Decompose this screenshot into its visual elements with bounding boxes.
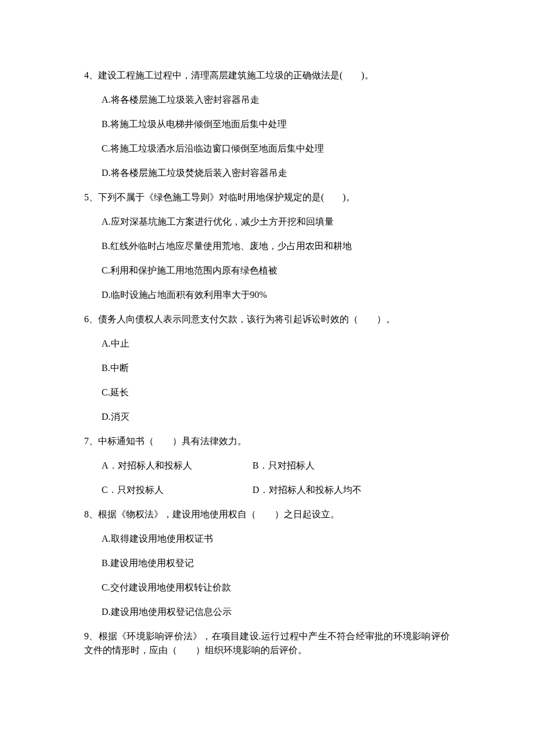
question-4: 4、建设工程施工过程中，清理高层建筑施工垃圾的正确做法是( )。 A.将各楼层施… — [84, 69, 450, 180]
option-a: A.取得建设用地使用权证书 — [102, 532, 450, 546]
option-d: D.将各楼层施工垃圾焚烧后装入密封容器吊走 — [102, 166, 450, 180]
question-6: 6、债务人向债权人表示同意支付欠款，该行为将引起诉讼时效的（ ）。 A.中止 B… — [84, 312, 450, 424]
question-7: 7、中标通知书（ ）具有法律效力。 A．对招标人和投标人 B．只对招标人 C．只… — [84, 434, 450, 497]
question-text: 根据《物权法》，建设用地使用权自（ ）之日起设立。 — [98, 509, 340, 519]
options-list-two-col: A．对招标人和投标人 B．只对招标人 C．只对投标人 D．对招标人和投标人均不 — [84, 459, 450, 497]
exam-page: 4、建设工程施工过程中，清理高层建筑施工垃圾的正确做法是( )。 A.将各楼层施… — [0, 0, 534, 703]
option-row: C．只对投标人 D．对招标人和投标人均不 — [102, 483, 450, 497]
options-list: A.取得建设用地使用权证书 B.建设用地使用权登记 C.交付建设用地使用权转让价… — [84, 532, 450, 619]
option-a: A.中止 — [102, 337, 450, 351]
option-d: D．对招标人和投标人均不 — [252, 483, 362, 497]
option-d: D.临时设施占地面积有效利用率大于90% — [102, 288, 450, 302]
options-list: A.应对深基坑施工方案进行优化，减少土方开挖和回填量 B.红线外临时占地应尽量使… — [84, 215, 450, 302]
question-stem: 4、建设工程施工过程中，清理高层建筑施工垃圾的正确做法是( )。 — [84, 69, 450, 82]
option-b: B.将施工垃圾从电梯井倾倒至地面后集中处理 — [102, 117, 450, 131]
option-a: A.将各楼层施工垃圾装入密封容器吊走 — [102, 93, 450, 107]
options-list: A.将各楼层施工垃圾装入密封容器吊走 B.将施工垃圾从电梯井倾倒至地面后集中处理… — [84, 93, 450, 180]
option-c: C.交付建设用地使用权转让价款 — [102, 581, 450, 595]
question-number: 8、 — [84, 509, 98, 519]
question-stem: 7、中标通知书（ ）具有法律效力。 — [84, 434, 450, 448]
question-5: 5、下列不属于《绿色施工导则》对临时用地保护规定的是( )。 A.应对深基坑施工… — [84, 190, 450, 302]
option-b: B.建设用地使用权登记 — [102, 556, 450, 570]
question-stem: 5、下列不属于《绿色施工导则》对临时用地保护规定的是( )。 — [84, 190, 450, 204]
question-number: 6、 — [84, 314, 98, 324]
options-list: A.中止 B.中断 C.延长 D.消灭 — [84, 337, 450, 424]
question-stem: 8、根据《物权法》，建设用地使用权自（ ）之日起设立。 — [84, 507, 450, 521]
option-b: B.中断 — [102, 361, 450, 375]
question-text: 中标通知书（ ）具有法律效力。 — [98, 436, 247, 446]
question-text: 下列不属于《绿色施工导则》对临时用地保护规定的是( )。 — [98, 192, 355, 202]
option-c: C.延长 — [102, 386, 450, 399]
question-text: 债务人向债权人表示同意支付欠款，该行为将引起诉讼时效的（ ）。 — [98, 314, 395, 324]
option-b: B.红线外临时占地应尽量使用荒地、废地，少占用农田和耕地 — [102, 239, 450, 253]
question-number: 5、 — [84, 192, 98, 202]
question-number: 4、 — [84, 70, 98, 80]
question-number: 9、 — [84, 631, 99, 641]
option-c: C．只对投标人 — [102, 483, 252, 497]
question-number: 7、 — [84, 436, 98, 446]
option-row: A．对招标人和投标人 B．只对招标人 — [102, 459, 450, 473]
question-stem: 6、债务人向债权人表示同意支付欠款，该行为将引起诉讼时效的（ ）。 — [84, 312, 450, 326]
option-b: B．只对招标人 — [252, 459, 315, 473]
question-9: 9、根据《环境影响评价法》，在项目建设.运行过程中产生不符合经审批的环境影响评价… — [84, 629, 450, 657]
option-c: C.将施工垃圾洒水后沿临边窗口倾倒至地面后集中处理 — [102, 142, 450, 156]
option-a: A．对招标人和投标人 — [102, 459, 252, 473]
question-text: 根据《环境影响评价法》，在项目建设.运行过程中产生不符合经审批的环境影响评价文件… — [84, 631, 450, 655]
question-8: 8、根据《物权法》，建设用地使用权自（ ）之日起设立。 A.取得建设用地使用权证… — [84, 507, 450, 619]
option-a: A.应对深基坑施工方案进行优化，减少土方开挖和回填量 — [102, 215, 450, 229]
option-d: D.建设用地使用权登记信息公示 — [102, 605, 450, 619]
option-d: D.消灭 — [102, 410, 450, 424]
option-c: C.利用和保护施工用地范围内原有绿色植被 — [102, 264, 450, 278]
question-text: 建设工程施工过程中，清理高层建筑施工垃圾的正确做法是( )。 — [98, 70, 374, 80]
question-stem: 9、根据《环境影响评价法》，在项目建设.运行过程中产生不符合经审批的环境影响评价… — [84, 629, 450, 657]
